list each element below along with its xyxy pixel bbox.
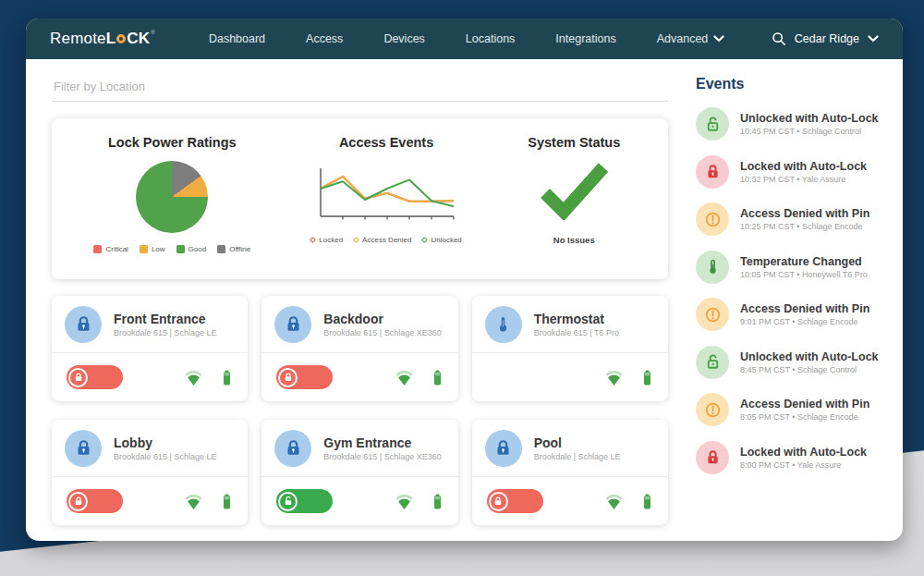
device-card-header[interactable]: Thermostat Brookdale 615 | T6 Pro bbox=[472, 296, 668, 353]
search-icon[interactable] bbox=[772, 31, 786, 46]
event-meta: 10:05 PM CST • Honeywell T6 Pro bbox=[740, 270, 868, 279]
pie-legend: Critical Low Good Offline bbox=[93, 245, 250, 253]
battery-icon bbox=[221, 493, 233, 510]
legend-marker bbox=[310, 237, 316, 243]
legend-swatch bbox=[217, 245, 225, 253]
lock-icon bbox=[696, 155, 729, 189]
legend-label: Unlocked bbox=[431, 236, 461, 244]
device-meters bbox=[183, 493, 233, 510]
wifi-icon bbox=[394, 369, 415, 386]
event-title: Locked with Auto-Lock bbox=[740, 160, 867, 173]
device-card-footer bbox=[472, 353, 668, 401]
wifi-icon bbox=[394, 493, 415, 510]
nav-item-advanced[interactable]: Advanced bbox=[657, 32, 725, 45]
event-title: Access Denied with Pin bbox=[740, 398, 869, 411]
device-subtitle: Brookdale 615 | Schlage LE bbox=[114, 328, 216, 337]
device-card: Lobby Brookdale 615 | Schlage LE bbox=[52, 420, 248, 525]
device-card: Front Entrance Brookdale 615 | Schlage L… bbox=[52, 296, 248, 401]
thermostat-icon bbox=[485, 306, 522, 343]
nav-item-locations[interactable]: Locations bbox=[466, 32, 516, 45]
page-background: RemoteLCK® Dashboard Access Devices Loca… bbox=[0, 0, 924, 576]
legend-item: Low bbox=[140, 245, 165, 253]
device-meters bbox=[394, 493, 444, 510]
nav-item-access[interactable]: Access bbox=[306, 32, 343, 45]
device-card-header[interactable]: Gym Entrance Brookdale 615 | Schlage XE3… bbox=[261, 420, 457, 477]
battery-icon bbox=[432, 369, 444, 386]
wifi-icon bbox=[183, 369, 204, 386]
logo-text: Remote bbox=[50, 30, 106, 48]
status-text: No Issues bbox=[553, 235, 595, 245]
events-panel: Events Unlocked with Auto-Lock 10:45 PM … bbox=[692, 59, 903, 541]
nav-item-dashboard[interactable]: Dashboard bbox=[209, 32, 265, 45]
lock-toggle-locked[interactable] bbox=[487, 489, 543, 513]
account-name: Cedar Ridge bbox=[795, 32, 859, 45]
wifi-icon bbox=[183, 493, 204, 510]
nav-item-integrations[interactable]: Integrations bbox=[555, 32, 615, 45]
nav-item-devices[interactable]: Devices bbox=[383, 32, 424, 45]
device-card: Pool Brookdale | Schlage LE bbox=[472, 420, 668, 525]
device-name: Lobby bbox=[114, 435, 216, 450]
chart-title: Lock Power Ratings bbox=[108, 135, 237, 150]
trademark-mark: ® bbox=[151, 30, 155, 35]
event-meta: 8:05 PM CST • Schlage Encode bbox=[740, 412, 869, 422]
lock-icon bbox=[696, 441, 729, 474]
event-item: Unlocked with Auto-Lock 8:45 PM CST • Sc… bbox=[696, 346, 875, 379]
legend-label: Access Denied bbox=[362, 236, 411, 244]
remotelock-logo[interactable]: RemoteLCK® bbox=[50, 30, 155, 48]
event-item: Locked with Auto-Lock 8:00 PM CST • Yale… bbox=[696, 441, 875, 474]
lock-toggle-locked[interactable] bbox=[67, 489, 123, 513]
main-content: Lock Power Ratings Critical Low Good Off… bbox=[26, 59, 903, 541]
thermometer-icon bbox=[696, 251, 729, 284]
battery-icon bbox=[221, 369, 233, 386]
device-card: Gym Entrance Brookdale 615 | Schlage XE3… bbox=[261, 420, 457, 525]
access-events-line-svg bbox=[315, 165, 458, 224]
device-name: Gym Entrance bbox=[323, 435, 441, 450]
lock-icon bbox=[485, 430, 522, 467]
legend-swatch bbox=[176, 245, 185, 253]
events-list: Unlocked with Auto-Lock 10:45 PM CST • S… bbox=[696, 107, 875, 474]
location-filter-input[interactable] bbox=[52, 74, 668, 102]
legend-label: Locked bbox=[319, 236, 343, 244]
device-card-header[interactable]: Lobby Brookdale 615 | Schlage LE bbox=[52, 420, 248, 477]
device-name: Pool bbox=[534, 435, 621, 450]
device-card-footer bbox=[52, 477, 248, 525]
device-card-footer bbox=[261, 477, 457, 525]
lock-toggle-locked[interactable] bbox=[67, 365, 123, 389]
charts-panel: Lock Power Ratings Critical Low Good Off… bbox=[52, 118, 668, 279]
account-menu[interactable]: Cedar Ridge bbox=[772, 31, 879, 46]
legend-swatch bbox=[140, 245, 148, 253]
lock-icon bbox=[274, 430, 311, 467]
legend-item: Offline bbox=[217, 245, 250, 253]
event-title: Access Denied with Pin bbox=[740, 207, 869, 220]
legend-item: Unlocked bbox=[422, 236, 461, 244]
legend-swatch bbox=[93, 245, 102, 253]
toggle-knob bbox=[68, 492, 88, 511]
device-card-footer bbox=[52, 353, 248, 401]
event-item: Locked with Auto-Lock 10:32 PM CST • Yal… bbox=[696, 155, 875, 189]
lock-icon bbox=[274, 306, 311, 343]
device-subtitle: Brookdale 615 | Schlage XE360 bbox=[323, 328, 441, 337]
device-meters bbox=[394, 369, 444, 386]
legend-label: Critical bbox=[105, 245, 128, 253]
legend-item: Critical bbox=[93, 245, 128, 253]
device-subtitle: Brookdale 615 | Schlage XE360 bbox=[323, 452, 441, 461]
events-heading: Events bbox=[696, 76, 875, 92]
device-card-header[interactable]: Front Entrance Brookdale 615 | Schlage L… bbox=[52, 296, 248, 353]
device-card-header[interactable]: Backdoor Brookdale 615 | Schlage XE360 bbox=[261, 296, 457, 353]
event-title: Temperature Changed bbox=[740, 255, 868, 268]
toggle-knob bbox=[278, 492, 298, 511]
wifi-icon bbox=[603, 369, 625, 386]
toggle-knob bbox=[489, 492, 508, 511]
alert-icon bbox=[696, 202, 729, 236]
device-name: Front Entrance bbox=[114, 312, 216, 326]
device-card-header[interactable]: Pool Brookdale | Schlage LE bbox=[472, 420, 668, 477]
device-subtitle: Brookdale 615 | Schlage LE bbox=[114, 452, 216, 461]
alert-icon bbox=[696, 298, 729, 331]
device-name: Thermostat bbox=[534, 312, 619, 326]
lock-toggle-unlocked[interactable] bbox=[276, 489, 333, 513]
lock-toggle-locked[interactable] bbox=[276, 365, 333, 389]
battery-icon bbox=[641, 369, 653, 386]
device-card: Backdoor Brookdale 615 | Schlage XE360 bbox=[261, 296, 457, 401]
lock-icon bbox=[65, 306, 102, 343]
device-meters bbox=[183, 369, 233, 386]
